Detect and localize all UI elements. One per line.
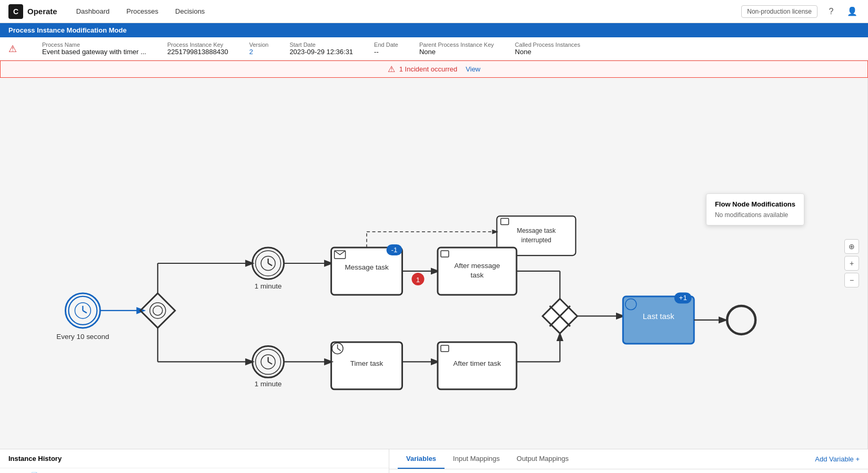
add-variable-btn[interactable]: Add Variable + bbox=[815, 449, 860, 469]
main-area: Every 10 second 1 minute bbox=[0, 78, 868, 449]
end-date-label: End Date bbox=[374, 42, 398, 48]
flow-node-tooltip: Flow Node Modifications No modifications… bbox=[706, 193, 804, 225]
instance-key-field: Process Instance Key 2251799813888430 bbox=[167, 42, 228, 56]
svg-line-4 bbox=[83, 311, 86, 313]
mode-banner: Process Instance Modification Mode bbox=[0, 23, 868, 37]
user-icon[interactable]: 👤 bbox=[845, 4, 860, 19]
logo-icon: C bbox=[8, 4, 23, 19]
start-date-value: 2023-09-29 12:36:31 bbox=[289, 48, 353, 56]
incident-error-icon: ⚠ bbox=[388, 64, 395, 74]
end-date-value: -- bbox=[374, 48, 398, 56]
called-instances-label: Called Process Instances bbox=[515, 42, 580, 48]
svg-point-9 bbox=[153, 306, 163, 315]
start-date-field: Start Date 2023-09-29 12:36:31 bbox=[289, 42, 353, 56]
svg-line-18 bbox=[268, 263, 272, 265]
zoom-reset-btn[interactable]: ⊕ bbox=[844, 239, 859, 254]
svg-line-45 bbox=[268, 362, 272, 364]
top-nav: C Operate Dashboard Processes Decisions … bbox=[0, 0, 868, 23]
start-date-label: Start Date bbox=[289, 42, 353, 48]
tab-output-mappings[interactable]: Output Mappings bbox=[508, 449, 577, 469]
end-date-field: End Date -- bbox=[374, 42, 398, 56]
instance-history-title: Instance History bbox=[0, 449, 389, 468]
svg-text:Every 10 second: Every 10 second bbox=[56, 333, 109, 341]
instance-key-value: 2251799813888430 bbox=[167, 48, 228, 56]
incident-view-link[interactable]: View bbox=[466, 65, 480, 73]
nav-dashboard[interactable]: Dashboard bbox=[70, 3, 116, 19]
process-name-field: Process Name Event based gateway with ti… bbox=[42, 42, 146, 56]
svg-text:1: 1 bbox=[416, 276, 420, 284]
nav-links: Dashboard Processes Decisions bbox=[70, 3, 211, 19]
process-name-value: Event based gateway with timer ... bbox=[42, 48, 146, 56]
svg-text:1 minute: 1 minute bbox=[255, 380, 282, 388]
var-table-header: Name Value bbox=[398, 469, 860, 473]
svg-marker-7 bbox=[140, 293, 175, 328]
called-instances-field: Called Process Instances None bbox=[515, 42, 580, 56]
variables-panel: Variables Input Mappings Output Mappings… bbox=[389, 449, 868, 473]
help-icon[interactable]: ? bbox=[824, 4, 839, 19]
process-info-bar: ⚠ Process Name Event based gateway with … bbox=[0, 37, 868, 60]
incident-bar: ⚠ 1 Incident occurred View bbox=[0, 60, 868, 78]
bottom-section: Instance History ⚠ ▼ 📄 Event based gatew… bbox=[0, 449, 868, 473]
flow-tooltip-title: Flow Node Modifications bbox=[715, 200, 795, 208]
parent-key-value: None bbox=[419, 48, 494, 56]
tab-variables[interactable]: Variables bbox=[398, 449, 445, 469]
svg-text:1 minute: 1 minute bbox=[255, 282, 282, 290]
svg-point-8 bbox=[150, 303, 166, 318]
process-name-label: Process Name bbox=[42, 42, 146, 48]
svg-point-69 bbox=[727, 306, 755, 334]
nav-decisions[interactable]: Decisions bbox=[169, 3, 211, 19]
svg-text:-1: -1 bbox=[391, 246, 398, 254]
zoom-in-btn[interactable]: + bbox=[844, 256, 859, 271]
svg-text:Message task: Message task bbox=[345, 263, 388, 271]
called-instances-value: None bbox=[515, 48, 580, 56]
variables-tabs: Variables Input Mappings Output Mappings… bbox=[389, 449, 868, 469]
history-item-0[interactable]: ⚠ ▼ 📄 Event based gateway with timer sta… bbox=[0, 468, 389, 473]
zoom-out-btn[interactable]: − bbox=[844, 273, 859, 287]
tab-input-mappings[interactable]: Input Mappings bbox=[445, 449, 508, 469]
process-error-icon: ⚠ bbox=[8, 43, 17, 55]
diagram-area[interactable]: Every 10 second 1 minute bbox=[0, 78, 868, 449]
zoom-controls: ⊕ + − bbox=[844, 239, 859, 287]
parent-key-label: Parent Process Instance Key bbox=[419, 42, 494, 48]
nav-right: Non-production license ? 👤 bbox=[741, 4, 860, 19]
var-table: Name Value test "some value" ⧉ 🗑 bbox=[389, 469, 868, 473]
version-label: Version bbox=[249, 42, 269, 48]
instance-key-label: Process Instance Key bbox=[167, 42, 228, 48]
version-value[interactable]: 2 bbox=[249, 48, 269, 56]
svg-text:+1: +1 bbox=[679, 294, 687, 302]
svg-text:task: task bbox=[471, 271, 484, 279]
svg-text:interrupted: interrupted bbox=[521, 236, 551, 244]
license-badge: Non-production license bbox=[741, 5, 817, 18]
svg-text:After message: After message bbox=[454, 262, 500, 270]
parent-key-field: Parent Process Instance Key None bbox=[419, 42, 494, 56]
svg-text:Message task: Message task bbox=[517, 227, 556, 234]
svg-text:Last task: Last task bbox=[643, 312, 674, 321]
incident-count: 1 Incident occurred bbox=[399, 65, 458, 73]
svg-text:After timer task: After timer task bbox=[453, 359, 501, 367]
flow-tooltip-subtitle: No modifications available bbox=[715, 211, 795, 219]
svg-text:Timer task: Timer task bbox=[350, 359, 383, 367]
bpmn-diagram: Every 10 second 1 minute bbox=[0, 78, 867, 449]
version-field: Version 2 bbox=[249, 42, 269, 56]
app-logo: C Operate bbox=[8, 4, 57, 19]
nav-processes[interactable]: Processes bbox=[120, 3, 165, 19]
instance-history-panel: Instance History ⚠ ▼ 📄 Event based gatew… bbox=[0, 449, 389, 473]
app-name: Operate bbox=[27, 7, 57, 16]
